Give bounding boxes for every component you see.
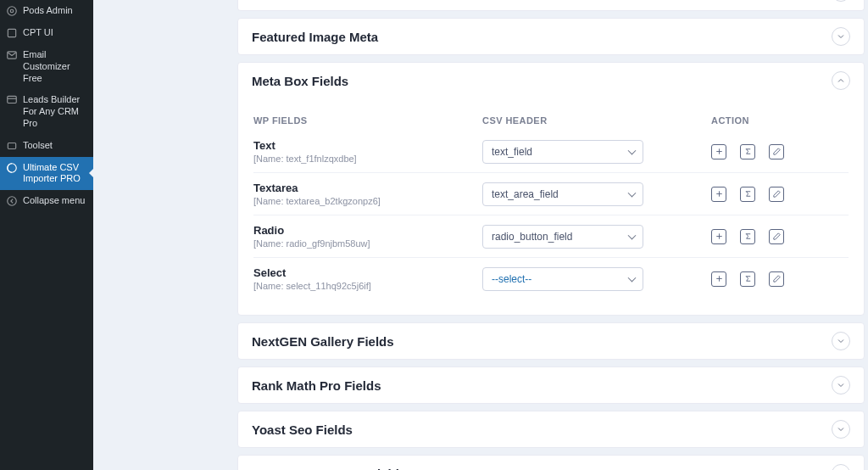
sidebar-item-label: CPT UI: [23, 27, 53, 39]
panel-elementor-fields: Elementor Fields: [237, 0, 865, 11]
chevron-down-icon: [832, 332, 850, 350]
field-meta: [Name: text_f1fnlzqxdbe]: [253, 154, 482, 164]
panel-meta-box-fields: Meta Box Fields WP FIELDS CSV HEADER ACT…: [237, 62, 865, 316]
panel-featured-image-meta: Featured Image Meta: [237, 18, 865, 55]
svg-point-0: [8, 7, 17, 16]
admin-sidebar: Pods Admin CPT UI Email Customizer Free …: [0, 0, 93, 470]
main-content: Elementor Fields Featured Image Meta Met…: [93, 0, 868, 470]
add-icon[interactable]: [711, 144, 726, 159]
sidebar-item-leads-builder[interactable]: Leads Builder For Any CRM Pro: [0, 89, 93, 134]
svg-rect-4: [8, 97, 17, 104]
formula-icon[interactable]: [740, 271, 755, 287]
field-name: Text: [253, 139, 482, 152]
panel-header[interactable]: Featured Image Meta: [238, 19, 864, 54]
csv-header-select[interactable]: text_area_field: [482, 182, 643, 206]
mapping-row: Select [Name: select_11hq92c5j6if] --sel…: [253, 258, 849, 299]
sidebar-item-email-customizer[interactable]: Email Customizer Free: [0, 44, 93, 89]
field-meta: [Name: select_11hq92c5j6if]: [253, 281, 482, 291]
chevron-down-icon: [832, 27, 850, 46]
chevron-down-icon: [832, 0, 850, 2]
panel-header[interactable]: Yoast Seo Fields: [238, 411, 864, 447]
field-name: Radio: [253, 224, 482, 237]
edit-icon[interactable]: [769, 187, 784, 202]
panel-rank-math-pro-fields: Rank Math Pro Fields: [237, 366, 865, 404]
edit-icon[interactable]: [769, 144, 784, 159]
formula-icon[interactable]: [740, 229, 755, 244]
panel-header[interactable]: Elementor Fields: [238, 0, 864, 10]
csv-header-select[interactable]: --select--: [482, 267, 643, 291]
sidebar-item-label: Email Customizer Free: [23, 49, 87, 84]
col-head-action: ACTION: [711, 115, 849, 126]
add-icon[interactable]: [711, 229, 726, 244]
csv-header-select[interactable]: text_field: [482, 140, 643, 164]
mapping-table: WP FIELDS CSV HEADER ACTION Text [Name: …: [238, 98, 864, 315]
panel-header[interactable]: Meta Box Fields: [238, 63, 864, 98]
sidebar-item-toolset[interactable]: Toolset: [0, 135, 93, 157]
sidebar-item-label: Collapse menu: [23, 195, 85, 207]
sidebar-item-label: Leads Builder For Any CRM Pro: [23, 94, 87, 129]
col-head-wp-fields: WP FIELDS: [253, 115, 482, 126]
edit-icon[interactable]: [769, 271, 784, 287]
sidebar-item-ultimate-csv[interactable]: Ultimate CSV Importer PRO: [0, 157, 93, 191]
chevron-down-icon: [832, 464, 850, 470]
field-meta: [Name: radio_gf9njbm58uw]: [253, 238, 482, 249]
svg-point-1: [10, 9, 14, 13]
chevron-down-icon: [832, 376, 850, 394]
panel-header[interactable]: NextGEN Gallery Fields: [238, 323, 864, 359]
panel-create-wp-custom-fields: Create WP Custom Fields WP FIELDS CSV HE…: [237, 455, 865, 470]
panel-header[interactable]: Rank Math Pro Fields: [238, 367, 864, 403]
field-meta: [Name: textarea_b2tkgzonpz6]: [253, 196, 482, 206]
cpt-ui-icon: [6, 27, 18, 39]
sidebar-item-label: Toolset: [23, 140, 53, 152]
panel-title: Meta Box Fields: [252, 74, 348, 88]
table-header-row: WP FIELDS CSV HEADER ACTION: [253, 107, 849, 131]
chevron-down-icon: [832, 420, 850, 439]
svg-point-7: [8, 197, 17, 206]
formula-icon[interactable]: [740, 187, 755, 202]
add-icon[interactable]: [711, 271, 726, 287]
mapping-row: Textarea [Name: textarea_b2tkgzonpz6] te…: [253, 173, 849, 215]
panel-yoast-seo-fields: Yoast Seo Fields: [237, 411, 865, 448]
chevron-up-icon: [832, 71, 850, 90]
mapping-row: Radio [Name: radio_gf9njbm58uw] radio_bu…: [253, 215, 849, 258]
panel-title: NextGEN Gallery Fields: [252, 334, 394, 349]
sidebar-item-pods-admin[interactable]: Pods Admin: [0, 0, 93, 22]
add-icon[interactable]: [711, 187, 726, 202]
panel-title: Featured Image Meta: [252, 30, 378, 44]
panel-title: Rank Math Pro Fields: [252, 378, 381, 393]
col-head-csv-header: CSV HEADER: [482, 115, 711, 126]
sidebar-item-collapse[interactable]: Collapse menu: [0, 190, 93, 212]
sidebar-item-cpt-ui[interactable]: CPT UI: [0, 22, 93, 44]
field-name: Select: [253, 266, 482, 279]
collapse-icon: [6, 195, 18, 207]
panel-title: Yoast Seo Fields: [252, 422, 353, 437]
sidebar-item-label: Pods Admin: [23, 5, 73, 17]
field-name: Textarea: [253, 182, 482, 194]
mapping-row: Text [Name: text_f1fnlzqxdbe] text_field: [253, 131, 849, 173]
toolset-icon: [6, 140, 18, 152]
pods-icon: [6, 5, 18, 17]
csv-header-select[interactable]: radio_button_field: [482, 225, 643, 249]
formula-icon[interactable]: [740, 144, 755, 159]
svg-rect-5: [8, 143, 15, 148]
sidebar-item-label: Ultimate CSV Importer PRO: [23, 162, 87, 186]
panel-header[interactable]: Create WP Custom Fields: [238, 456, 864, 470]
edit-icon[interactable]: [769, 229, 784, 244]
csv-importer-icon: [6, 162, 18, 174]
leads-icon: [6, 94, 18, 106]
svg-rect-2: [8, 29, 15, 36]
panel-nextgen-gallery-fields: NextGEN Gallery Fields: [237, 322, 865, 360]
panel-title: Create WP Custom Fields: [252, 467, 406, 471]
email-icon: [6, 49, 18, 61]
